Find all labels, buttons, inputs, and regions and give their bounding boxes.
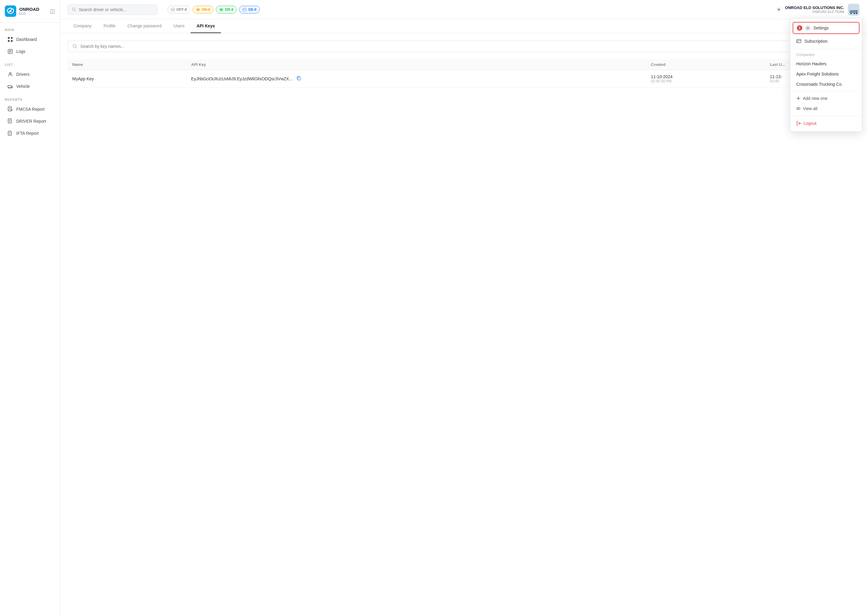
app-subtitle: ELD [19,12,39,15]
driver-report-icon [7,118,13,124]
theme-toggle-button[interactable]: ☀ [776,6,782,13]
key-search-icon [73,44,77,49]
tab-change-password[interactable]: Change password [121,19,168,33]
settings-menu-item[interactable]: 1 Settings [793,22,859,34]
svg-point-44 [807,27,809,29]
divider-2 [790,91,862,91]
company-item-1[interactable]: Horizon Haulers [790,59,862,69]
drivers-icon [7,71,13,77]
ifta-label: IFTA Report [16,131,39,136]
subscription-menu-item[interactable]: Subscription [790,35,862,47]
tab-api-keys[interactable]: API Keys [191,19,221,33]
col-name: Name [68,59,186,70]
logout-label: Logout [804,121,817,126]
key-search-bar[interactable] [68,41,860,52]
subscription-icon [796,39,801,44]
off-icon [171,8,175,12]
app-title: ONROAD [19,7,39,12]
sidebar-item-vehicle[interactable]: Vehicle [2,81,57,92]
svg-point-39 [854,13,855,14]
svg-rect-2 [8,37,9,39]
section-label-list: LIST [0,57,60,68]
main-content: OFF-8 ON-8 DR-8 SB-8 ☀ ONROAD ELD SOLUTI… [60,0,867,616]
header-right: ☀ ONROAD ELD SOLUTIONS INC. ONROAD ELD T… [776,4,860,16]
svg-rect-11 [8,85,11,88]
eye-icon [796,107,801,111]
tab-profile[interactable]: Profile [98,19,121,33]
row-api-key: EyJhbGciOiJIUzUxMiJ9.EyJzdWliOilxODQsc3V… [186,70,646,88]
logo-area: ONROAD ELD ◫ [0,0,60,22]
company-name: ONROAD ELD SOLUTIONS INC. [785,5,844,10]
logs-label: Logs [16,49,25,54]
svg-rect-47 [797,41,798,42]
api-keys-table: Name API Key Created Last U... MyApp Key… [68,59,860,88]
svg-rect-4 [8,40,9,42]
svg-point-1 [9,10,11,12]
fmcsa-label: FMCSA Report [16,107,44,112]
view-all-companies-button[interactable]: View all [790,104,862,114]
user-avatar[interactable] [848,4,860,16]
sidebar-item-dashboard[interactable]: Dashboard [2,34,57,45]
company-item-3[interactable]: Crossroads Trucking Co. [790,79,862,90]
sidebar-item-logs[interactable]: Logs [2,46,57,57]
badge-on: ON-8 [193,6,214,14]
logs-icon [7,49,13,55]
svg-point-30 [197,9,199,11]
copy-api-key-button[interactable] [295,75,302,82]
fmcsa-icon [7,106,13,112]
badge-sb: SB-8 [239,6,260,14]
tab-users[interactable]: Users [167,19,191,33]
page-content-area: Name API Key Created Last U... MyApp Key… [60,33,867,616]
search-box[interactable] [68,5,158,15]
dr-icon [219,8,223,12]
dropdown-menu: 1 Settings Subscription Companies Horizo… [790,18,862,132]
subscription-label: Subscription [804,39,828,44]
api-keys-content: Name API Key Created Last U... MyApp Key… [60,33,867,95]
logout-button[interactable]: Logout [790,118,862,129]
svg-point-19 [9,120,10,121]
sidebar-item-ifta[interactable]: IFTA Report [2,127,57,139]
row-name: MyApp Key [68,70,186,88]
svg-line-42 [76,47,76,48]
add-new-company-button[interactable]: Add new one [790,93,862,104]
search-input[interactable] [79,7,153,12]
col-api-key: API Key [186,59,646,70]
divider-3 [790,115,862,116]
section-label-main: MAIN [0,22,60,33]
view-all-label: View all [803,106,817,111]
badge-dr: DR-8 [216,6,236,14]
table-row: MyApp Key EyJhbGciOiJIUzUxMiJ9.EyJzdWliO… [68,70,860,88]
dashboard-label: Dashboard [16,37,37,42]
company-info: ONROAD ELD SOLUTIONS INC. ONROAD ELD TEA… [785,5,844,14]
on-badge-label: ON-8 [202,8,210,12]
search-icon [72,7,76,12]
sidebar-item-drivers[interactable]: Drivers [2,69,57,80]
sidebar: ONROAD ELD ◫ MAIN Dashboard Logs LIST Dr… [0,0,60,616]
row-created: 11-10-2024 02:45:30 PM [646,70,765,88]
driver-report-label: DRIVER Report [16,119,46,124]
sidebar-item-driver-report[interactable]: DRIVER Report [2,115,57,127]
step-indicator: 1 [797,25,802,31]
dr-badge-label: DR-8 [225,8,233,12]
svg-line-26 [75,10,76,11]
svg-point-51 [798,108,799,109]
avatar-image [848,4,859,15]
svg-point-32 [221,9,222,11]
svg-point-33 [243,8,246,11]
svg-rect-5 [11,40,13,42]
sidebar-toggle-button[interactable]: ◫ [50,8,55,14]
vehicle-icon [7,83,13,90]
svg-point-12 [8,88,9,88]
ifta-icon [7,130,13,136]
sidebar-item-fmcsa[interactable]: FMCSA Report [2,104,57,115]
settings-icon [805,25,810,31]
company-team: ONROAD ELD TEAM [785,10,844,14]
sb-badge-label: SB-8 [248,8,256,12]
svg-point-40 [856,13,858,14]
companies-section-label: Companies [790,51,862,59]
tab-company[interactable]: Company [68,19,98,33]
key-search-input[interactable] [80,44,854,49]
badge-off: OFF-8 [167,6,190,14]
company-item-2[interactable]: Apex Freight Solutions [790,69,862,79]
sb-icon [242,8,247,12]
